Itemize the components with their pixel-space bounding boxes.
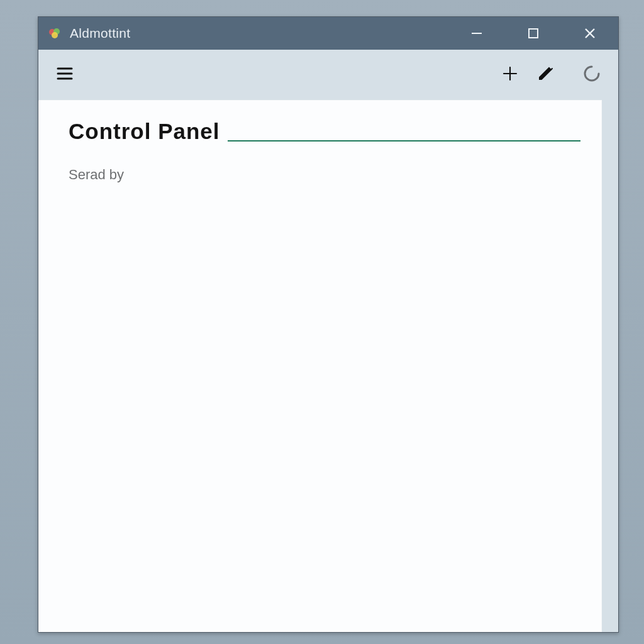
loading-indicator[interactable]	[574, 57, 609, 92]
page-subtext: Serad by	[69, 167, 580, 183]
pencil-icon	[536, 65, 554, 85]
menu-icon	[55, 64, 75, 86]
plus-icon	[501, 65, 519, 85]
page-title: Control Panel	[69, 119, 225, 144]
loading-icon	[583, 65, 601, 85]
edit-button[interactable]	[528, 57, 563, 92]
heading-underline	[228, 140, 580, 142]
svg-rect-4	[529, 29, 538, 38]
app-logo-icon	[47, 26, 62, 41]
menu-button[interactable]	[47, 57, 82, 92]
toolbar	[38, 50, 618, 100]
add-button[interactable]	[492, 57, 528, 92]
maximize-button[interactable]	[505, 17, 562, 50]
heading-row: Control Panel	[69, 119, 580, 144]
minimize-button[interactable]	[448, 17, 505, 50]
close-button[interactable]	[562, 17, 618, 50]
desktop: Aldmottint	[0, 0, 644, 644]
window-title: Aldmottint	[70, 26, 130, 41]
app-window: Aldmottint	[38, 16, 619, 633]
page: Control Panel Serad by	[38, 100, 602, 632]
svg-point-2	[52, 32, 58, 38]
content-area: Control Panel Serad by	[38, 100, 618, 632]
titlebar[interactable]: Aldmottint	[38, 17, 618, 50]
